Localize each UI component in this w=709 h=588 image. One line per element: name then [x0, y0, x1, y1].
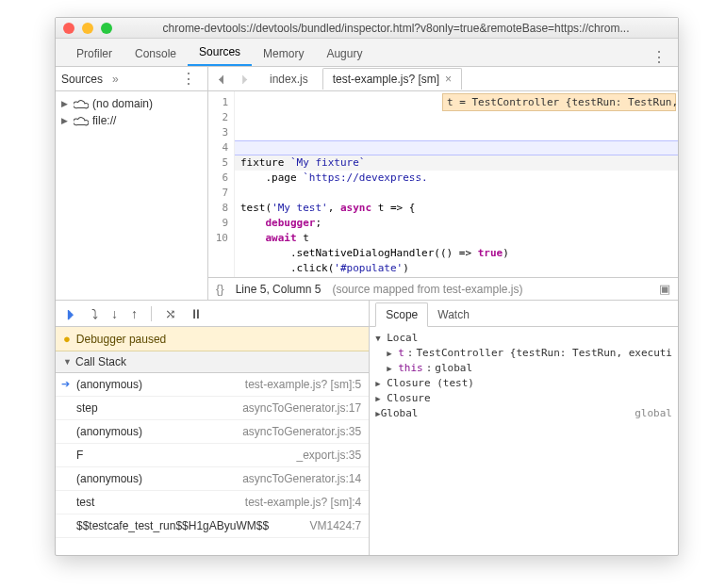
window-close-icon[interactable] — [63, 23, 74, 34]
close-tab-icon[interactable]: × — [445, 73, 452, 86]
step-out-icon[interactable]: ↑ — [131, 306, 138, 321]
navigator-tab-sources[interactable]: Sources — [61, 73, 103, 86]
deactivate-breakpoints-icon[interactable]: ⤭ — [165, 306, 176, 321]
window-title: chrome-devtools://devtools/bundled/inspe… — [122, 22, 670, 35]
tab-watch[interactable]: Watch — [428, 303, 479, 326]
stack-frame[interactable]: (anonymous)asyncToGenerator.js:14 — [56, 467, 369, 491]
tab-scope[interactable]: Scope — [375, 302, 428, 327]
info-icon: ● — [63, 332, 71, 346]
variable-tooltip: t = TestController {testRun: TestRun, ex… — [442, 93, 676, 111]
line-numbers: 1 2 3 4 5 6 7 8 9 10 — [208, 91, 235, 277]
scope-closure[interactable]: ▶Closure — [375, 391, 672, 406]
resume-icon[interactable]: ⏵ — [65, 306, 78, 321]
tab-console[interactable]: Console — [124, 41, 188, 66]
scope-panel: ▼Local ▶t: TestController {testRun: Test… — [370, 327, 678, 555]
navigator-overflow-icon[interactable]: » — [112, 73, 119, 86]
call-stack: (anonymous)test-example.js? [sm]:5 stepa… — [56, 373, 369, 555]
editor-nav-fwd-icon[interactable]: ⏵ — [236, 72, 256, 86]
stack-frame[interactable]: stepasyncToGenerator.js:17 — [56, 397, 369, 420]
pretty-print-icon[interactable]: {} — [216, 282, 224, 296]
tab-augury[interactable]: Augury — [315, 41, 373, 66]
stack-frame[interactable]: F_export.js:35 — [56, 444, 369, 467]
scope-global[interactable]: ▶Globalglobal — [375, 406, 672, 421]
caret-icon: ▶ — [61, 116, 70, 125]
scope-local[interactable]: ▼Local — [375, 331, 672, 346]
sidebar-toggle-icon[interactable]: ▣ — [659, 282, 670, 296]
caret-down-icon: ▼ — [63, 357, 72, 367]
source-map-info: (source mapped from test-example.js) — [332, 283, 522, 296]
window-minimize-icon[interactable] — [82, 23, 93, 34]
tree-item-file[interactable]: ▶ file:// — [59, 112, 204, 129]
step-into-icon[interactable]: ↓ — [111, 306, 118, 321]
devtools-panel-tabs: Profiler Console Sources Memory Augury ⋮ — [56, 39, 678, 67]
navigator-menu-icon[interactable]: ⋮ — [175, 70, 202, 88]
scope-closure-test[interactable]: ▶Closure (test) — [375, 376, 672, 391]
tree-item-label: (no domain) — [92, 97, 153, 110]
debugger-toolbar: ⏵ ⤵ ↓ ↑ ⤭ ⏸ — [56, 301, 369, 327]
scope-variable-t[interactable]: ▶t: TestController {testRun: TestRun, ex… — [375, 346, 672, 361]
window-zoom-icon[interactable] — [101, 23, 112, 34]
tab-memory[interactable]: Memory — [252, 41, 315, 66]
tab-sources[interactable]: Sources — [188, 40, 252, 66]
editor-tab-index[interactable]: index.js — [259, 68, 319, 90]
stack-frame[interactable]: $$testcafe_test_run$$H1gAByuWM$$VM1424:7 — [56, 514, 369, 538]
caret-icon: ▶ — [61, 99, 70, 108]
file-tree: ▶ (no domain) ▶ file:// — [56, 91, 207, 133]
code-editor[interactable]: t = TestController {testRun: TestRun, ex… — [235, 91, 678, 277]
stack-frame[interactable]: (anonymous)test-example.js? [sm]:5 — [56, 373, 369, 397]
step-over-icon[interactable]: ⤵ — [91, 306, 98, 321]
tree-item-no-domain[interactable]: ▶ (no domain) — [59, 95, 204, 112]
cursor-position: Line 5, Column 5 — [236, 283, 322, 296]
cloud-icon — [74, 116, 89, 126]
tree-item-label: file:// — [92, 114, 116, 127]
tab-profiler[interactable]: Profiler — [65, 41, 124, 66]
call-stack-header[interactable]: ▼ Call Stack — [56, 351, 369, 373]
debugger-paused-banner: ● Debugger paused — [56, 327, 369, 351]
scope-variable-this[interactable]: ▶this: global — [375, 361, 672, 376]
stack-frame[interactable]: (anonymous)asyncToGenerator.js:35 — [56, 420, 369, 444]
pause-on-exceptions-icon[interactable]: ⏸ — [190, 306, 203, 321]
editor-nav-back-icon[interactable]: ⏴ — [212, 72, 232, 86]
execution-line-highlight — [235, 140, 678, 155]
cloud-icon — [74, 99, 89, 109]
editor-tab-test-example[interactable]: test-example.js? [sm] × — [322, 68, 462, 90]
stack-frame[interactable]: testtest-example.js? [sm]:4 — [56, 491, 369, 514]
panel-overflow-icon[interactable]: ⋮ — [646, 48, 672, 66]
